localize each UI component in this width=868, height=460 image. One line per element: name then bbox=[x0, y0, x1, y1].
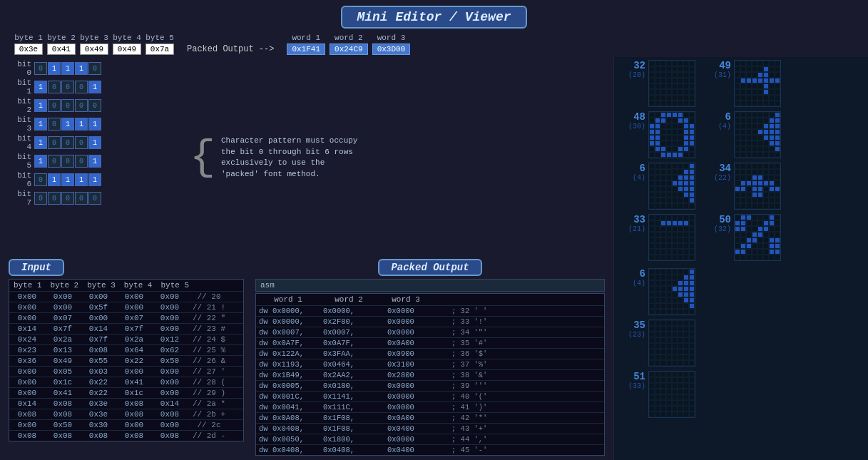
px-1-6-2 bbox=[660, 146, 666, 152]
px-8-4-3 bbox=[666, 292, 672, 297]
px-8-2-7 bbox=[689, 280, 695, 286]
bit-cell-2-4[interactable]: 0 bbox=[88, 99, 101, 112]
bit-cell-3-1[interactable]: 0 bbox=[48, 118, 61, 131]
bit-cell-7-0[interactable]: 0 bbox=[34, 192, 47, 205]
bit-cell-1-3[interactable]: 0 bbox=[75, 81, 88, 93]
input-cell-4-1: 0x2a bbox=[45, 334, 81, 344]
char-sub-5: (4) bbox=[703, 123, 731, 131]
bit-cell-5-4[interactable]: 1 bbox=[88, 155, 101, 168]
bit-cell-0-2[interactable]: 1 bbox=[61, 62, 74, 75]
px-0-1-7 bbox=[689, 66, 695, 72]
px-9-4-7 bbox=[689, 343, 695, 349]
px-7-1-0 bbox=[735, 220, 740, 226]
bit-cell-4-0[interactable]: 1 bbox=[34, 136, 47, 149]
px-5-2-1 bbox=[740, 123, 746, 129]
px-4-5-3 bbox=[752, 89, 757, 95]
bit-grid-container: bit 001110bit 110001bit 210000bit 310111… bbox=[9, 60, 173, 207]
px-1-1-6 bbox=[683, 118, 689, 123]
bit-cell-2-3[interactable]: 0 bbox=[75, 99, 88, 112]
bit-cell-1-4[interactable]: 1 bbox=[88, 81, 101, 93]
px-5-2-0 bbox=[735, 123, 740, 129]
output-row: dw 0x1193,0x0464,0x3100; 37 '%' bbox=[256, 359, 604, 369]
bit-cell-6-0[interactable]: 0 bbox=[34, 173, 47, 186]
input-cell-7-1: 0x05 bbox=[45, 367, 81, 377]
char-label-2: 6(4) bbox=[617, 163, 645, 182]
px-2-5-3 bbox=[666, 192, 672, 198]
bit-cell-5-3[interactable]: 0 bbox=[75, 155, 88, 168]
bit-cell-4-4[interactable]: 1 bbox=[88, 136, 101, 149]
bit-cell-7-1[interactable]: 0 bbox=[48, 192, 61, 205]
output-table: word 1 word 2 word 3 dw 0x0000,0x0000,0x… bbox=[255, 293, 605, 456]
px-0-2-7 bbox=[689, 72, 695, 78]
bit-cell-7-4[interactable]: 0 bbox=[88, 192, 101, 205]
px-6-5-0 bbox=[735, 192, 740, 198]
char-num-1: 48 bbox=[617, 111, 645, 123]
px-0-4-1 bbox=[655, 83, 660, 89]
px-7-1-4 bbox=[757, 220, 763, 226]
px-7-7-0 bbox=[735, 255, 740, 260]
bit-cell-0-1[interactable]: 1 bbox=[48, 62, 61, 75]
px-1-7-2 bbox=[660, 152, 666, 158]
bit-cell-1-0[interactable]: 1 bbox=[34, 81, 47, 93]
bit-cell-6-2[interactable]: 1 bbox=[61, 173, 74, 186]
bit-cell-2-0[interactable]: 1 bbox=[34, 99, 47, 112]
bit-cell-4-1[interactable]: 0 bbox=[48, 136, 61, 149]
px-0-1-2 bbox=[660, 66, 666, 72]
bit-cell-0-4[interactable]: 0 bbox=[88, 62, 101, 75]
px-9-5-1 bbox=[655, 349, 660, 354]
bit-cell-0-0[interactable]: 0 bbox=[34, 62, 47, 75]
px-9-3-0 bbox=[649, 337, 655, 343]
bit-cell-6-4[interactable]: 1 bbox=[88, 173, 101, 186]
bit-cell-7-2[interactable]: 0 bbox=[61, 192, 74, 205]
px-8-5-1 bbox=[655, 297, 660, 303]
input-cell-2-0: 0x00 bbox=[9, 313, 45, 323]
input-rows: 0x000x000x000x000x00// 200x000x000x5f0x0… bbox=[9, 291, 243, 441]
char-label-1: 48(30) bbox=[617, 111, 645, 131]
input-row: 0x000x000x5f0x000x00// 21 ! bbox=[9, 302, 243, 312]
px-4-5-7 bbox=[775, 89, 780, 95]
bit-cell-2-2[interactable]: 0 bbox=[61, 99, 74, 112]
bit-cell-3-4[interactable]: 1 bbox=[88, 118, 101, 131]
bit-cell-1-1[interactable]: 0 bbox=[48, 81, 61, 93]
bit-cell-6-1[interactable]: 1 bbox=[48, 173, 61, 186]
px-5-7-4 bbox=[757, 152, 763, 158]
bit-cell-1-2[interactable]: 0 bbox=[61, 81, 74, 93]
px-2-4-4 bbox=[672, 186, 678, 192]
px-0-3-6 bbox=[683, 78, 689, 83]
asm-tab[interactable]: asm bbox=[255, 279, 605, 292]
px-5-6-1 bbox=[740, 146, 746, 152]
px-9-4-6 bbox=[683, 343, 689, 349]
bit-cell-4-3[interactable]: 0 bbox=[75, 136, 88, 149]
bit-cell-4-2[interactable]: 0 bbox=[61, 136, 74, 149]
bit-cell-5-2[interactable]: 0 bbox=[61, 155, 74, 168]
px-2-0-5 bbox=[678, 163, 683, 169]
bit-cell-5-0[interactable]: 1 bbox=[34, 155, 47, 168]
px-2-5-5 bbox=[678, 192, 683, 198]
px-9-0-5 bbox=[678, 320, 683, 326]
bit-cell-3-2[interactable]: 1 bbox=[61, 118, 74, 131]
px-10-7-2 bbox=[660, 412, 666, 417]
input-row: 0x000x410x220x1c0x00// 29 ) bbox=[9, 387, 243, 398]
px-0-3-7 bbox=[689, 78, 695, 83]
px-2-1-7 bbox=[689, 169, 695, 175]
input-col-headers: byte 1 byte 2 byte 3 byte 4 byte 5 bbox=[9, 280, 243, 291]
bit-cell-2-1[interactable]: 0 bbox=[48, 99, 61, 112]
px-3-3-5 bbox=[678, 232, 683, 237]
px-3-7-5 bbox=[678, 255, 683, 260]
px-2-4-0 bbox=[649, 186, 655, 192]
bit-cell-3-3[interactable]: 1 bbox=[75, 118, 88, 131]
px-8-4-2 bbox=[660, 292, 666, 297]
bit-cell-7-3[interactable]: 0 bbox=[75, 192, 88, 205]
bit-cell-5-1[interactable]: 0 bbox=[48, 155, 61, 168]
input-cell-5-0: 0x23 bbox=[9, 345, 45, 355]
px-7-3-1 bbox=[740, 232, 746, 237]
bit-row-2: bit 210000 bbox=[9, 97, 173, 114]
output-row: dw 0x1B49,0x2AA2,0x2800; 38 '&' bbox=[256, 369, 604, 380]
bit-cell-3-0[interactable]: 1 bbox=[34, 118, 47, 131]
bit-cell-6-3[interactable]: 1 bbox=[75, 173, 88, 186]
px-2-4-6 bbox=[683, 186, 689, 192]
px-5-0-6 bbox=[769, 112, 775, 118]
bit-cell-0-3[interactable]: 1 bbox=[75, 62, 88, 75]
output-cell-13-2: 0x0400 bbox=[386, 445, 450, 455]
output-cell-8-0: dw 0x001C, bbox=[257, 392, 322, 402]
